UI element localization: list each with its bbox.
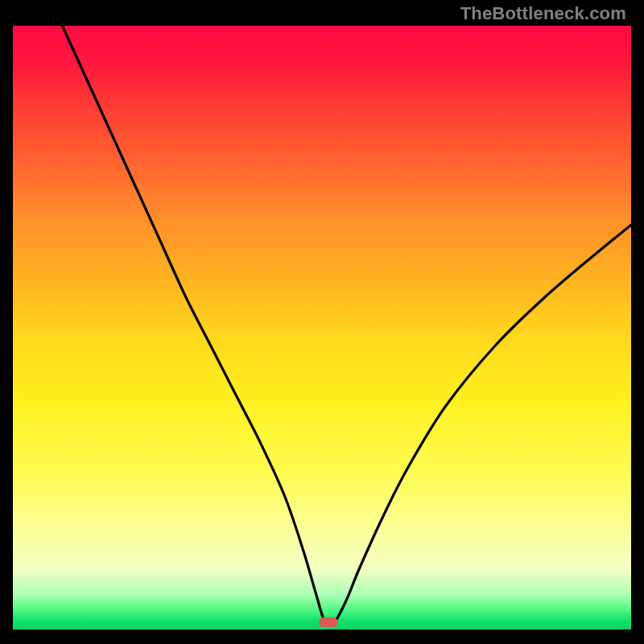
minimum-marker [319, 617, 338, 627]
plot-area [13, 26, 631, 630]
watermark-text: TheBottleneck.com [460, 3, 626, 24]
bottleneck-curve [13, 26, 631, 630]
chart-frame: TheBottleneck.com [0, 0, 644, 644]
